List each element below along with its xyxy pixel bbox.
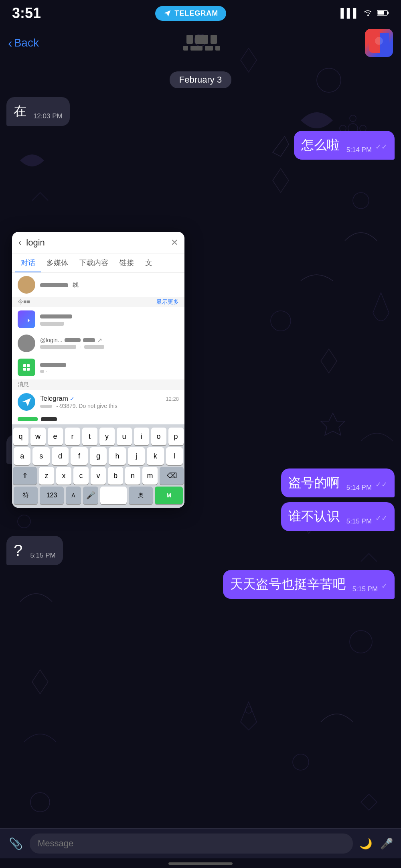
search-result-user[interactable]: 线: [12, 273, 184, 297]
tab-media[interactable]: 多媒体: [41, 254, 74, 272]
key-w[interactable]: w: [30, 428, 46, 445]
key-h[interactable]: h: [109, 447, 126, 465]
key-send[interactable]: M: [155, 487, 183, 504]
bubble-time: 5:15 PM: [30, 552, 55, 560]
divider: ·: [79, 343, 81, 350]
popup-close-button[interactable]: ✕: [171, 237, 178, 248]
key-u[interactable]: u: [117, 428, 132, 445]
result-name: [40, 361, 179, 369]
key-special[interactable]: 符: [14, 487, 38, 504]
tab-downloads[interactable]: 下载内容: [74, 254, 114, 272]
key-q[interactable]: q: [13, 428, 28, 445]
result-sub: 线: [73, 281, 79, 288]
home-bar: [168, 862, 233, 865]
key-g[interactable]: g: [90, 447, 107, 465]
key-x[interactable]: x: [56, 467, 71, 485]
result-avatar: [18, 276, 35, 294]
show-more-button[interactable]: 显示更多: [156, 298, 179, 306]
key-t[interactable]: t: [82, 428, 97, 445]
key-m[interactable]: m: [142, 467, 158, 485]
redacted-name: [40, 363, 66, 367]
redacted-sub: [40, 322, 64, 326]
tab-conversations[interactable]: 对话: [15, 254, 41, 272]
message-row: 在 12:03 PM: [6, 97, 395, 126]
dot-sep: ·: [46, 369, 47, 374]
channel-icon: [22, 314, 31, 324]
key-d[interactable]: d: [52, 447, 69, 465]
message-row: ? 5:15 PM: [6, 536, 395, 565]
nav-dot-3: [211, 35, 217, 44]
message-row: 天天盗号也挺辛苦吧 5:15 PM ✓: [6, 570, 395, 599]
bubble-text: 在: [14, 104, 26, 118]
keyboard-row-1: q w e r t y u i o p: [14, 428, 183, 445]
result-sub: ·: [40, 369, 179, 374]
redacted-sub2: [84, 345, 104, 349]
key-n[interactable]: n: [125, 467, 140, 485]
key-numbers[interactable]: 123: [40, 487, 64, 504]
key-o[interactable]: o: [151, 428, 166, 445]
key-i[interactable]: i: [134, 428, 149, 445]
key-space[interactable]: [100, 487, 127, 504]
redacted-name: [40, 283, 68, 287]
key-ao[interactable]: 奥: [129, 487, 153, 504]
key-j[interactable]: j: [128, 447, 145, 465]
tab-text[interactable]: 文: [140, 254, 158, 272]
key-mic[interactable]: 🎤: [83, 487, 98, 504]
nav-bar: ‹ Back: [0, 25, 401, 59]
svg-rect-24: [27, 364, 30, 367]
nav-dot-2: [195, 35, 208, 44]
back-button[interactable]: ‹ Back: [8, 36, 39, 51]
read-checkmarks: ✓: [381, 582, 387, 590]
key-shift[interactable]: ⇧: [13, 467, 37, 485]
status-bar: 3:51 TELEGRAM ▌▌▌: [0, 0, 401, 25]
messages-section-header: 消息: [12, 379, 184, 390]
search-result-app[interactable]: ·: [12, 355, 184, 379]
chat-bubble-right: 谁不认识 5:15 PM ✓✓: [281, 502, 395, 531]
redacted-2: [83, 338, 95, 342]
redacted-1: [65, 338, 81, 342]
section-header: 今■■ 显示更多: [12, 297, 184, 307]
home-indicator: [0, 858, 401, 868]
result-sub: [40, 320, 179, 327]
key-caps[interactable]: A: [66, 487, 81, 504]
key-f[interactable]: f: [71, 447, 87, 465]
key-c[interactable]: c: [73, 467, 89, 485]
telegram-avatar: [18, 393, 35, 411]
date-separator: February 3: [0, 71, 401, 88]
key-p[interactable]: p: [168, 428, 184, 445]
status-icons: ▌▌▌: [340, 8, 389, 18]
key-y[interactable]: y: [99, 428, 115, 445]
avatar-image: [369, 33, 389, 53]
nav-dots: [186, 35, 217, 44]
nav-dots-row2: [183, 46, 220, 51]
telegram-message-row[interactable]: Telegram ✓ 12:28 ···93879. Do not give t…: [12, 390, 184, 414]
key-r[interactable]: r: [65, 428, 80, 445]
read-checkmarks: ✓✓: [375, 514, 387, 522]
key-b[interactable]: b: [108, 467, 123, 485]
telegram-logo: [21, 397, 32, 407]
chat-bubble-left: ? 5:15 PM: [6, 536, 63, 565]
key-z[interactable]: z: [39, 467, 54, 485]
message-input[interactable]: [30, 834, 353, 854]
key-v[interactable]: v: [91, 467, 106, 485]
bubble-text: 盗号的啊: [288, 475, 340, 490]
moon-button[interactable]: 🌙: [358, 836, 374, 852]
attach-button[interactable]: 📎: [6, 834, 25, 853]
key-s[interactable]: s: [32, 447, 49, 465]
key-backspace[interactable]: ⌫: [160, 467, 184, 485]
key-e[interactable]: e: [48, 428, 63, 445]
redacted-preview: [40, 405, 52, 408]
read-checkmarks: ✓✓: [375, 481, 387, 489]
mic-button[interactable]: 🎤: [379, 836, 395, 852]
tab-links[interactable]: 链接: [114, 254, 140, 272]
chat-avatar[interactable]: [365, 29, 393, 57]
key-l[interactable]: l: [166, 447, 183, 465]
messages-label: 消息: [18, 381, 29, 388]
search-result-channel[interactable]: [12, 307, 184, 331]
popup-back-button[interactable]: ‹: [18, 237, 21, 248]
nav-dot-1: [186, 35, 193, 44]
key-k[interactable]: k: [147, 447, 164, 465]
key-a[interactable]: a: [14, 447, 30, 465]
nav-dot-7: [215, 46, 220, 51]
search-result-user2[interactable]: @login... ↗ ·: [12, 331, 184, 355]
